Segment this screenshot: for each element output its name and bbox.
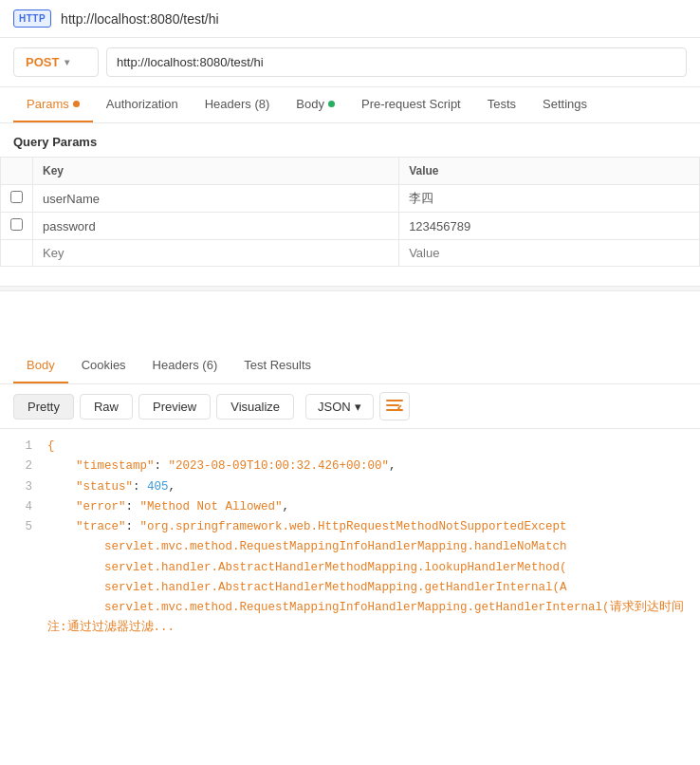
response-tab-testresults[interactable]: Test Results <box>230 348 324 383</box>
response-tab-cookies-label: Cookies <box>82 358 126 372</box>
tab-prerequest[interactable]: Pre-request Script <box>348 87 474 122</box>
svg-rect-1 <box>386 404 399 406</box>
response-tab-headers[interactable]: Headers (6) <box>139 348 231 383</box>
query-params-title: Query Params <box>0 123 700 157</box>
tab-tests-label: Tests <box>488 97 516 111</box>
tab-settings-label: Settings <box>543 97 587 111</box>
code-line-7: servlet.handler.AbstractHandlerMethodMap… <box>13 558 687 578</box>
pretty-button[interactable]: Pretty <box>13 394 74 420</box>
preview-button[interactable]: Preview <box>138 394 211 420</box>
col-key: Key <box>33 158 399 185</box>
wrap-button[interactable] <box>379 392 410 420</box>
response-tab-body[interactable]: Body <box>13 348 68 383</box>
tab-params-label: Params <box>27 97 69 111</box>
col-checkbox <box>1 158 33 185</box>
params-dot <box>73 101 80 107</box>
response-tab-headers-label: Headers (6) <box>153 358 218 372</box>
code-line-9: servlet.mvc.method.RequestMappingInfoHan… <box>13 598 687 639</box>
table-row <box>1 213 700 240</box>
row3-value[interactable] <box>409 246 690 260</box>
code-line-5: 5 "trace": "org.springframework.web.Http… <box>13 517 687 537</box>
tab-body[interactable]: Body <box>283 87 348 122</box>
tab-headers-label: Headers (8) <box>205 97 270 111</box>
tab-authorization-label: Authorization <box>106 97 178 111</box>
visualize-button[interactable]: Visualize <box>216 394 294 420</box>
tab-params[interactable]: Params <box>13 87 93 122</box>
code-line-1: 1 { <box>13 437 687 457</box>
row2-key[interactable] <box>43 219 389 233</box>
request-tabs: Params Authorization Headers (8) Body Pr… <box>0 87 700 123</box>
code-line-6: servlet.mvc.method.RequestMappingInfoHan… <box>13 537 687 557</box>
tab-body-label: Body <box>296 97 324 111</box>
url-bar-text: http://localhost:8080/test/hi <box>61 11 219 27</box>
code-line-4: 4 "error": "Method Not Allowed", <box>13 497 687 517</box>
tab-prerequest-label: Pre-request Script <box>361 97 461 111</box>
wrap-icon <box>386 400 403 413</box>
row3-key[interactable] <box>43 246 389 260</box>
spacer <box>0 291 700 348</box>
response-tab-cookies[interactable]: Cookies <box>68 348 139 383</box>
response-tab-body-label: Body <box>27 358 55 372</box>
row2-value[interactable] <box>409 219 690 233</box>
row2-checkbox[interactable] <box>10 218 23 231</box>
response-toolbar: Pretty Raw Preview Visualize JSON ▾ <box>0 384 700 429</box>
url-input[interactable] <box>106 47 687 77</box>
request-row: POST ▾ <box>0 38 700 87</box>
table-row <box>1 185 700 213</box>
params-table: Key Value <box>0 157 700 267</box>
code-line-8: servlet.handler.AbstractHandlerMethodMap… <box>13 578 687 598</box>
tab-settings[interactable]: Settings <box>529 87 600 122</box>
table-row <box>1 240 700 267</box>
row1-value[interactable] <box>409 192 690 206</box>
row1-checkbox[interactable] <box>10 191 23 203</box>
url-bar: HTTP http://localhost:8080/test/hi <box>0 0 700 38</box>
method-label: POST <box>26 55 59 69</box>
tab-authorization[interactable]: Authorization <box>93 87 192 122</box>
row1-key[interactable] <box>43 192 389 206</box>
code-line-2: 2 "timestamp": "2023-08-09T10:00:32.426+… <box>13 457 687 476</box>
format-label: JSON <box>318 400 351 414</box>
response-tab-testresults-label: Test Results <box>244 358 311 372</box>
tab-headers[interactable]: Headers (8) <box>192 87 284 122</box>
format-select[interactable]: JSON ▾ <box>305 394 374 420</box>
tab-tests[interactable]: Tests <box>474 87 529 122</box>
raw-button[interactable]: Raw <box>80 394 133 420</box>
method-select[interactable]: POST ▾ <box>13 47 99 77</box>
response-tabs: Body Cookies Headers (6) Test Results <box>0 348 700 384</box>
code-line-3: 3 "status": 405, <box>13 477 687 497</box>
col-value: Value <box>399 158 700 185</box>
method-chevron: ▾ <box>64 57 69 67</box>
http-icon: HTTP <box>13 9 51 28</box>
body-dot <box>328 101 335 107</box>
svg-rect-0 <box>386 400 403 401</box>
format-chevron: ▾ <box>355 400 361 414</box>
code-block: 1 { 2 "timestamp": "2023-08-09T10:00:32.… <box>0 429 700 646</box>
